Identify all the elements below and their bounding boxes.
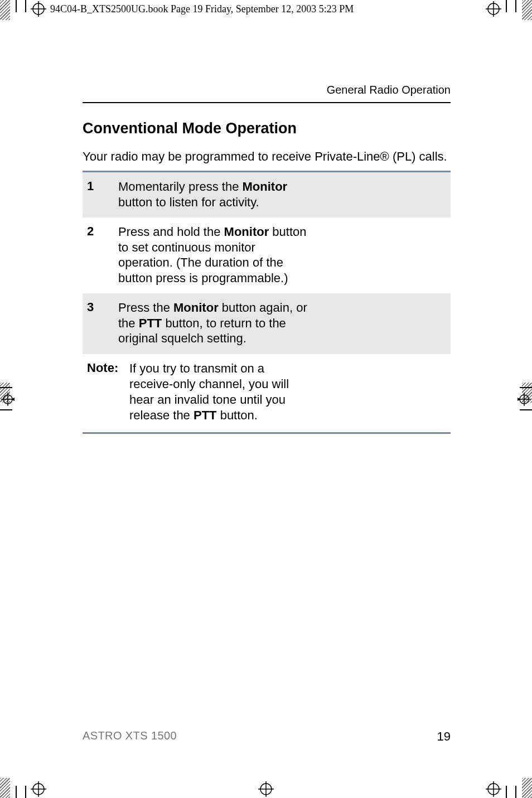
registration-mark-icon [486, 781, 501, 797]
content-area: General Radio Operation Conventional Mod… [83, 84, 451, 434]
step-number: 2 [87, 224, 118, 286]
top-crop-marks: 94C04-B_XTS2500UG.book Page 19 Friday, S… [0, 0, 532, 19]
note-label: Note: [87, 361, 129, 424]
print-header: 94C04-B_XTS2500UG.book Page 19 Friday, S… [50, 3, 354, 15]
registration-mark-icon [31, 1, 46, 17]
registration-mark-icon [518, 393, 531, 406]
step-text: Press and hold the Monitor button to set… [118, 224, 308, 286]
running-head: General Radio Operation [83, 84, 451, 96]
registration-mark-icon [258, 781, 274, 797]
divider [83, 102, 451, 103]
intro-text: Your radio may be programmed to receive … [83, 149, 451, 164]
footer-product: ASTRO XTS 1500 [83, 729, 177, 744]
left-crop-marks [0, 383, 22, 416]
steps-table: 1 Momentarily press the Monitor button t… [83, 171, 451, 434]
step-text: Momentarily press the Monitor button to … [118, 179, 308, 210]
step-number: 1 [87, 179, 118, 210]
note-text: If you try to transmit on a receive-only… [129, 361, 308, 424]
step-row: 3 Press the Monitor button again, or the… [83, 293, 451, 354]
step-number: 3 [87, 300, 118, 346]
step-text: Press the Monitor button again, or the P… [118, 300, 308, 346]
svg-marker-9 [11, 398, 14, 401]
svg-marker-13 [518, 398, 521, 401]
registration-mark-icon [486, 1, 501, 17]
right-crop-marks [510, 383, 532, 416]
page-number: 19 [437, 729, 451, 744]
section-heading: Conventional Mode Operation [83, 120, 451, 137]
note-row: Note: If you try to transmit on a receiv… [83, 354, 451, 433]
step-row: 1 Momentarily press the Monitor button t… [83, 172, 451, 217]
page-footer: ASTRO XTS 1500 19 [83, 729, 451, 744]
step-row: 2 Press and hold the Monitor button to s… [83, 217, 451, 293]
bottom-crop-marks [0, 779, 532, 798]
registration-mark-icon [1, 393, 14, 406]
registration-mark-icon [31, 781, 46, 797]
page: 94C04-B_XTS2500UG.book Page 19 Friday, S… [0, 0, 532, 798]
